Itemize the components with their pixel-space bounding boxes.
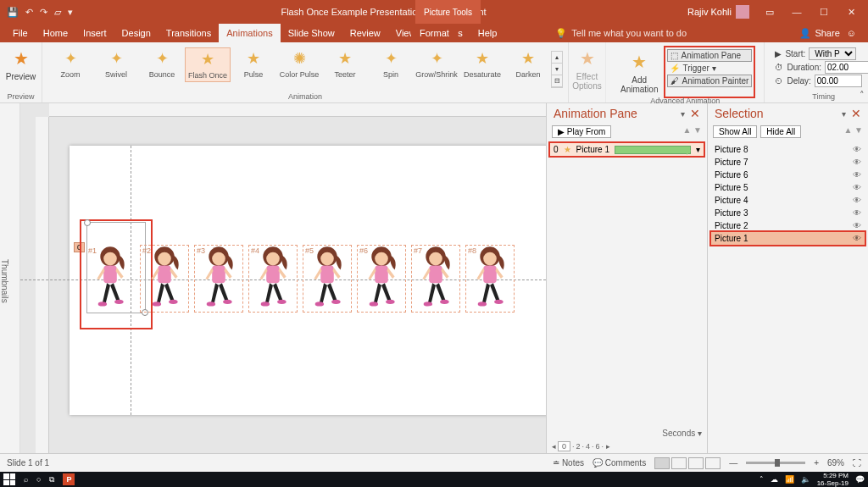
animation-item[interactable]: 0 ★ Picture 1 ▾	[550, 143, 704, 156]
picture-5[interactable]: #5	[303, 246, 351, 312]
qat-more-icon[interactable]: ▾	[68, 7, 73, 18]
sel-item[interactable]: Picture 5👁	[715, 181, 861, 194]
start-button[interactable]	[3, 473, 15, 485]
tab-file[interactable]: File	[5, 24, 36, 42]
feedback-icon[interactable]: ☺	[847, 28, 856, 38]
gallery-down-icon[interactable]: ▾	[552, 64, 562, 75]
gallery-swivel[interactable]: ✦Swivel	[93, 47, 139, 80]
eye-icon[interactable]: 👁	[853, 221, 861, 230]
gallery-darken[interactable]: ★Darken	[505, 47, 551, 80]
share-button[interactable]: 👤 Share	[799, 28, 839, 39]
tab-design[interactable]: Design	[114, 24, 159, 42]
close-selection-pane-icon[interactable]: ✕	[851, 107, 861, 120]
eye-icon[interactable]: 👁	[853, 234, 861, 243]
slide-indicator[interactable]: Slide 1 of 1	[7, 458, 49, 468]
picture-8[interactable]: #8	[466, 246, 514, 312]
tab-insert[interactable]: Insert	[75, 24, 114, 42]
tab-animations[interactable]: Animations	[219, 24, 280, 42]
tab-transitions[interactable]: Transitions	[159, 24, 219, 42]
sel-item[interactable]: Picture 2👁	[715, 219, 861, 232]
powerpoint-taskbar-icon[interactable]: P	[63, 473, 75, 485]
view-slideshow-icon[interactable]	[705, 457, 721, 469]
sel-item[interactable]: Picture 3👁	[715, 207, 861, 219]
avatar[interactable]	[736, 5, 749, 19]
timeline-ruler[interactable]: ◂ 0 · 2 · 4 · 6 · ▸	[547, 440, 707, 453]
animation-painter-button[interactable]: 🖌 Animation Painter	[667, 75, 752, 87]
gallery-up-icon[interactable]: ▴	[552, 52, 562, 64]
sel-item-selected[interactable]: Picture 1👁	[711, 232, 865, 245]
gallery-teeter[interactable]: ★Teeter	[322, 47, 368, 80]
picture-4[interactable]: #4	[249, 246, 297, 312]
cortana-icon[interactable]: ○	[36, 475, 41, 484]
gallery-bounce[interactable]: ✦Bounce	[139, 47, 185, 80]
slide-editor[interactable]: 0 #1 #2 #3 #4 #5 #6 #7 #8	[20, 103, 546, 453]
sel-item[interactable]: Picture 7👁	[715, 156, 861, 169]
gallery-flash-once[interactable]: ★Flash Once	[185, 47, 231, 82]
minimize-icon[interactable]: —	[785, 7, 809, 17]
sel-item[interactable]: Picture 4👁	[715, 194, 861, 207]
animation-pane-button[interactable]: ⬚ Animation Pane	[667, 49, 752, 62]
trigger-button[interactable]: ⚡ Trigger ▾	[667, 63, 752, 74]
taskview-icon[interactable]: ⧉	[49, 475, 54, 484]
play-from-button[interactable]: ▶ Play From	[552, 125, 611, 138]
picture-6[interactable]: #6	[358, 246, 405, 312]
gallery-spin[interactable]: ✦Spin	[368, 47, 414, 80]
tray-wifi-icon[interactable]: 📶	[785, 475, 794, 484]
zoom-slider[interactable]	[746, 462, 805, 464]
collapse-ribbon-icon[interactable]: ˄	[860, 90, 865, 101]
picture-1[interactable]: #1	[86, 246, 134, 312]
tab-home[interactable]: Home	[36, 24, 75, 42]
eye-icon[interactable]: 👁	[853, 145, 861, 154]
gallery-desaturate[interactable]: ★Desaturate	[459, 47, 505, 80]
clock[interactable]: 5:29 PM16-Sep-19	[817, 472, 849, 487]
view-sorter-icon[interactable]	[671, 457, 687, 469]
start-select[interactable]: With Previous	[809, 47, 856, 60]
sel-item[interactable]: Picture 8👁	[715, 143, 861, 156]
sel-item[interactable]: Picture 6👁	[715, 169, 861, 181]
ribbon-options-icon[interactable]: ▭	[758, 7, 782, 18]
picture-3[interactable]: #3	[195, 246, 242, 312]
notes-button[interactable]: ≐ Notes	[553, 458, 584, 468]
tab-help[interactable]: Help	[470, 24, 505, 42]
eye-icon[interactable]: 👁	[853, 208, 861, 218]
fit-icon[interactable]: ⛶	[853, 458, 861, 468]
redo-icon[interactable]: ↷	[40, 7, 47, 18]
delay-input[interactable]	[815, 75, 862, 87]
close-icon[interactable]: ✕	[839, 7, 863, 18]
search-icon[interactable]: ⌕	[24, 475, 28, 484]
tray-cloud-icon[interactable]: ☁	[771, 475, 778, 484]
animation-gallery[interactable]: ✦Zoom ✦Swivel ✦Bounce ★Flash Once ★Pulse…	[47, 44, 563, 88]
hide-all-button[interactable]: Hide All	[760, 125, 801, 138]
picture-7[interactable]: #7	[412, 246, 459, 312]
comments-button[interactable]: 💬 Comments	[593, 458, 646, 468]
maximize-icon[interactable]: ☐	[812, 7, 836, 18]
add-animation-button[interactable]: ★ Add Animation	[616, 47, 662, 97]
item-menu-icon[interactable]: ▾	[696, 145, 700, 154]
tab-format[interactable]: Format	[411, 24, 458, 42]
slideshow-icon[interactable]: ▱	[54, 7, 61, 18]
eye-icon[interactable]: 👁	[853, 170, 861, 180]
gallery-grow-shrink[interactable]: ✦Grow/Shrink	[414, 47, 459, 80]
tell-me[interactable]: 💡 Tell me what you want to do	[555, 28, 687, 39]
thumbnails-label[interactable]: Thumbnails	[0, 103, 20, 453]
zoom-value[interactable]: 69%	[827, 458, 844, 468]
save-icon[interactable]: 💾	[7, 7, 19, 18]
view-normal-icon[interactable]	[654, 457, 670, 469]
close-pane-icon[interactable]: ✕	[690, 107, 700, 120]
eye-icon[interactable]: 👁	[853, 158, 861, 167]
gallery-color-pulse[interactable]: ✺Color Pulse	[276, 47, 322, 80]
gallery-more-icon[interactable]: ⊟	[552, 75, 562, 87]
notifications-icon[interactable]: 💬	[855, 475, 865, 484]
undo-icon[interactable]: ↶	[25, 7, 33, 18]
show-all-button[interactable]: Show All	[713, 125, 757, 138]
preview-button[interactable]: ★ Preview	[2, 44, 41, 84]
tray-up-icon[interactable]: ˄	[760, 475, 764, 484]
tab-slideshow[interactable]: Slide Show	[281, 24, 342, 42]
duration-bar[interactable]	[615, 146, 691, 154]
eye-icon[interactable]: 👁	[853, 196, 861, 205]
view-reading-icon[interactable]	[688, 457, 704, 469]
duration-input[interactable]	[825, 61, 868, 74]
gallery-zoom[interactable]: ✦Zoom	[47, 47, 93, 80]
gallery-pulse[interactable]: ★Pulse	[231, 47, 276, 80]
user-name[interactable]: Rajiv Kohli	[687, 7, 732, 17]
